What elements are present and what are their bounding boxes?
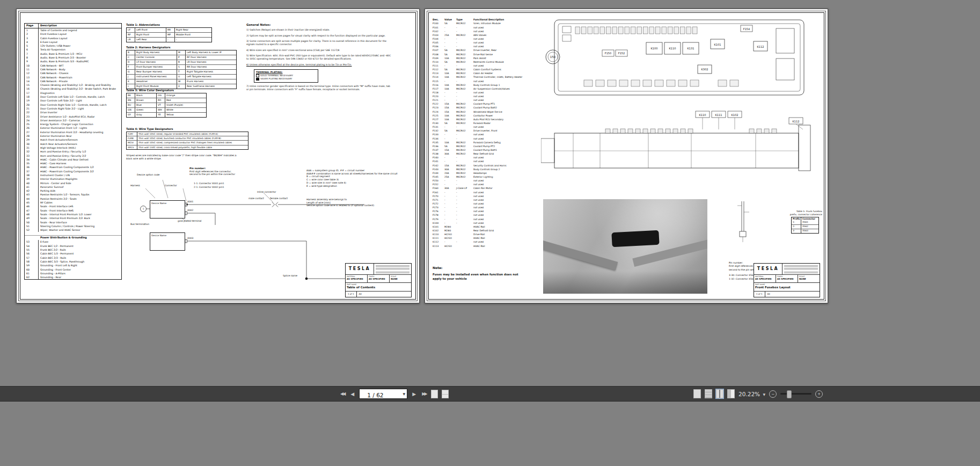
fuse-designator: F127	[433, 118, 444, 121]
toc-page-number: 38	[25, 173, 39, 177]
toc-header: Page Description	[25, 24, 121, 28]
toc-row: 12 CAN Network - Chassis	[25, 71, 121, 75]
fit-width-icon[interactable]	[442, 390, 449, 398]
toc-row: 37 HVAC - Powertrain Cooling Components …	[25, 170, 121, 173]
fuse-value: 5A	[444, 129, 456, 133]
fuse-designator: K102	[433, 229, 444, 232]
next-page-button[interactable]: ▶	[411, 390, 417, 398]
fuse-row: F134 - - not used	[433, 137, 539, 141]
general-note: 2) Splices may be split across pages for…	[246, 34, 391, 38]
fuse-value: 5A	[444, 53, 456, 56]
toc-page-number: 31	[25, 146, 39, 150]
harness-label: Harness	[130, 184, 140, 187]
toc-row: 28 Exterior Illumination Rear	[25, 134, 121, 138]
harness-designator-row: KHeadliner WFrunk Harness	[127, 79, 236, 84]
female-contact-label: female contact	[270, 197, 288, 200]
toc-page-number: 37	[25, 170, 39, 173]
fuse-value: 30A	[444, 152, 456, 156]
view-book-icon[interactable]	[727, 389, 735, 398]
toc-row: 25 Energy System - Charger Logic Connect…	[25, 122, 121, 126]
zoom-dropdown-icon[interactable]: ▼	[763, 392, 765, 396]
fuse-function: not used	[473, 30, 539, 33]
fuse-value: -	[444, 240, 456, 244]
fuse-designator: K110	[433, 232, 444, 236]
fuse-designator: F170	[433, 194, 444, 198]
fuse-row: F109 10A MICRO2 Park Assist	[433, 56, 539, 60]
toc-page-number: 19	[25, 99, 39, 103]
toc-row: 24 Driver Assistance 2/2 - Cameras	[25, 119, 121, 122]
view-continuous-icon[interactable]	[705, 389, 712, 398]
toc-page-title: High Voltage Interlock (HVIL)	[39, 146, 121, 150]
prefix-connector-row: 1- X561	[792, 221, 818, 224]
fuse-function: Windshield Wiper De-Ice	[473, 110, 539, 114]
toc-page-title: Grounding - Rear	[39, 275, 121, 279]
page-navigation: ◀◀ ◀ ▼ ▶ ▶▶	[339, 387, 449, 401]
toc-page-title: CAN Network - Powertrain	[39, 76, 121, 79]
toc-page-title: Driver Assistance 1/2 - AutoPilot ECU, R…	[39, 115, 121, 119]
zoom-out-button[interactable]: −	[769, 390, 777, 398]
fuse-row: F108 5A MICRO2 Drive Rail Sense	[433, 53, 539, 56]
scale-value: NONE	[391, 278, 410, 280]
fuse-value: -	[444, 79, 456, 83]
fuse-type: MICRO2	[456, 71, 473, 75]
page-number-input[interactable]	[360, 391, 405, 399]
viewer-toolbar: ◀◀ ◀ ▼ ▶ ▶▶ 20.22%▼ − +	[0, 386, 980, 402]
fit-page-icon[interactable]	[431, 390, 438, 398]
toc-section-title: Power Distribution & Grounding	[25, 235, 121, 240]
fuse-function: not used	[473, 94, 539, 98]
toc-page-number: 7	[25, 52, 39, 56]
fuse-value: -	[444, 45, 456, 48]
toc-page-title: Exterior Illumination Front 1/2 - Lights	[39, 126, 121, 130]
prev-page-button[interactable]: ◀	[349, 390, 355, 398]
toc-page-title: Passive Restraints 1/2 - Sensors, Squibs	[39, 193, 121, 196]
page-number-box[interactable]: ▼	[359, 389, 407, 399]
relay-label: K110	[669, 47, 676, 50]
fuse-function: not used	[473, 206, 539, 209]
fuse-function: HVAC Rail	[473, 244, 539, 248]
fuse-function: Body Controls Group 1	[473, 83, 539, 87]
toc-page-number: 39	[25, 177, 39, 181]
toc-page-title: Horn and Passive Entry / Security 1/2	[39, 150, 121, 154]
toc-row: 48 Seats - Internal Front Premium 1/2: L…	[25, 213, 121, 216]
fuse-list: Des. Value Type Functional Description F…	[433, 18, 539, 248]
toc-row: 14 CAN Network - Private	[25, 79, 121, 83]
fuse-function: Cabin Fan Motor	[473, 186, 539, 190]
fuse-value: 15A	[444, 106, 456, 110]
zoom-level-label[interactable]: 20.22%▼	[738, 391, 765, 397]
fuse-type: MICRO2	[456, 164, 473, 168]
fuse-value: HCISO	[444, 236, 456, 240]
fuse-type: MICRO2	[456, 48, 473, 52]
toc-row: 60 Grounding - Front Center	[25, 268, 121, 272]
legal-text-lines	[784, 265, 818, 273]
fuse-type: -	[456, 191, 473, 194]
fuse-row: F121 - - not used	[433, 98, 539, 102]
fuse-function: Siren, Intrusion Module	[473, 21, 539, 25]
fuse-type	[456, 236, 473, 240]
fuse-type: -	[456, 240, 473, 244]
last-page-button[interactable]: ▶▶	[421, 390, 427, 397]
material-value: AS SPECIFIED	[347, 278, 366, 280]
wire-type-row: FLRY Thin wall 105C rated, regular stran…	[127, 132, 248, 136]
toc-row: 4 E-Fuse Layout	[25, 40, 121, 44]
fuse-value: 10A	[444, 56, 456, 60]
fuse-type: -	[456, 91, 473, 94]
toc-page-title: Front Fusebox Layout	[39, 32, 121, 36]
page-dropdown-icon[interactable]: ▼	[403, 392, 406, 396]
toc-page-number: 35	[25, 162, 39, 165]
first-page-button[interactable]: ◀◀	[339, 390, 346, 397]
toc-row: 57 Cabin BEC 2/3 - Rails	[25, 256, 121, 260]
zoom-slider[interactable]	[780, 393, 811, 395]
relay-label: K100	[651, 47, 658, 50]
relay-label: K101	[714, 43, 721, 46]
fuse-function: not used	[473, 202, 539, 206]
toc-page-title: Seats - Front Interface RHS	[39, 209, 121, 213]
connector-label: Connector	[165, 184, 177, 187]
fuse-designator: F143	[433, 168, 444, 171]
fuse-row: F140 - - not used	[433, 156, 539, 159]
view-dual-page-icon[interactable]	[716, 389, 723, 398]
fuse-row: K113 HCISO HVAC Rail	[433, 244, 539, 248]
zoom-in-button[interactable]: +	[815, 390, 823, 398]
view-single-page-icon[interactable]	[693, 389, 701, 398]
wire-color-table: Table 3: Wire Color Designators BKBlack …	[126, 89, 207, 118]
zoom-slider-handle[interactable]	[787, 390, 792, 398]
